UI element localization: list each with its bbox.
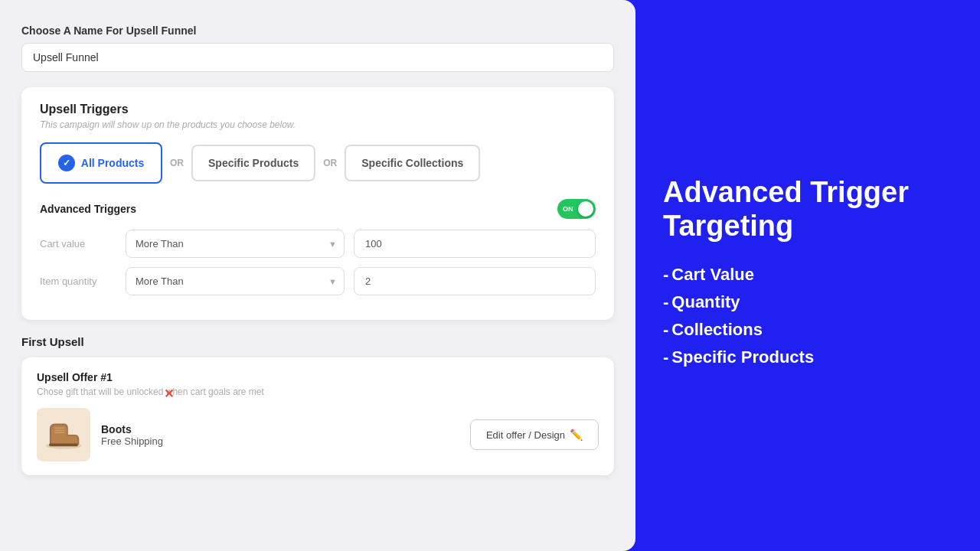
advanced-triggers-toggle[interactable]: ON [557, 199, 596, 219]
specific-products-label: Specific Products [208, 157, 299, 169]
list-item-cart-value: Cart Value [663, 265, 952, 285]
specific-collections-label: Specific Collections [361, 157, 463, 169]
funnel-name-section: Choose A Name For Upsell Funnel [21, 24, 614, 72]
boot-icon [41, 416, 86, 454]
item-quantity-row: Item quantity More Than Less Than Equal … [40, 267, 596, 295]
check-icon [58, 155, 75, 171]
pencil-icon: ✏️ [570, 429, 583, 441]
all-products-button[interactable]: All Products [40, 142, 162, 184]
or-separator-1: OR [162, 158, 191, 168]
advanced-triggers-header: Advanced Triggers ON [40, 199, 596, 219]
funnel-name-label: Choose A Name For Upsell Funnel [21, 24, 614, 37]
toggle-knob [578, 201, 593, 217]
cart-value-input[interactable] [354, 230, 596, 258]
trigger-buttons-row: All Products OR Specific Products OR Spe… [40, 142, 596, 184]
all-products-label: All Products [81, 157, 144, 169]
right-panel: Advanced Trigger Targeting Cart Value Qu… [635, 0, 980, 551]
edit-offer-button[interactable]: Edit offer / Design ✏️ [470, 419, 599, 450]
product-tag: Free Shipping [101, 435, 163, 447]
item-quantity-select-wrapper: More Than Less Than Equal To ▼ [126, 267, 345, 295]
item-quantity-select[interactable]: More Than Less Than Equal To [126, 267, 345, 295]
product-details: Boots Free Shipping [101, 423, 163, 447]
cart-value-select[interactable]: More Than Less Than Equal To [126, 230, 345, 258]
toggle-on-label: ON [563, 205, 573, 213]
edit-offer-label: Edit offer / Design [486, 429, 565, 441]
advanced-triggers-label: Advanced Triggers [40, 203, 136, 215]
specific-collections-button[interactable]: Specific Collections [345, 145, 480, 181]
funnel-name-input[interactable] [21, 43, 614, 72]
cart-value-select-wrapper: More Than Less Than Equal To ▼ [126, 230, 345, 258]
product-name: Boots [101, 423, 163, 435]
upsell-offer-subtitle: Chose gift that will be unlocked when ca… [37, 386, 599, 397]
triggers-subtitle: This campaign will show up on the produc… [40, 119, 596, 130]
specific-products-button[interactable]: Specific Products [191, 145, 315, 181]
left-panel: Choose A Name For Upsell Funnel Upsell T… [0, 0, 635, 551]
cart-value-label: Cart value [40, 238, 116, 249]
first-upsell-title: First Upsell [21, 335, 614, 348]
product-image [37, 408, 90, 461]
item-quantity-label: Item quantity [40, 276, 116, 287]
right-panel-title: Advanced Trigger Targeting [663, 176, 952, 243]
triggers-title: Upsell Triggers [40, 103, 596, 116]
or-separator-2: OR [315, 158, 345, 168]
first-upsell-section: First Upsell Upsell Offer #1 Chose gift … [21, 335, 614, 475]
product-row: ✕ [37, 408, 599, 461]
remove-product-button[interactable]: ✕ [164, 386, 174, 401]
cart-value-row: Cart value More Than Less Than Equal To … [40, 230, 596, 258]
right-feature-list: Cart Value Quantity Collections Specific… [663, 265, 952, 375]
upsell-offer-title: Upsell Offer #1 [37, 371, 599, 383]
svg-rect-1 [49, 444, 78, 447]
item-quantity-input[interactable] [354, 267, 596, 295]
toggle-container: ON [557, 199, 596, 219]
upsell-card: Upsell Offer #1 Chose gift that will be … [21, 357, 614, 475]
list-item-specific-products: Specific Products [663, 347, 952, 367]
product-info: ✕ [37, 408, 163, 461]
triggers-card: Upsell Triggers This campaign will show … [21, 87, 614, 320]
list-item-quantity: Quantity [663, 292, 952, 312]
list-item-collections: Collections [663, 320, 952, 340]
